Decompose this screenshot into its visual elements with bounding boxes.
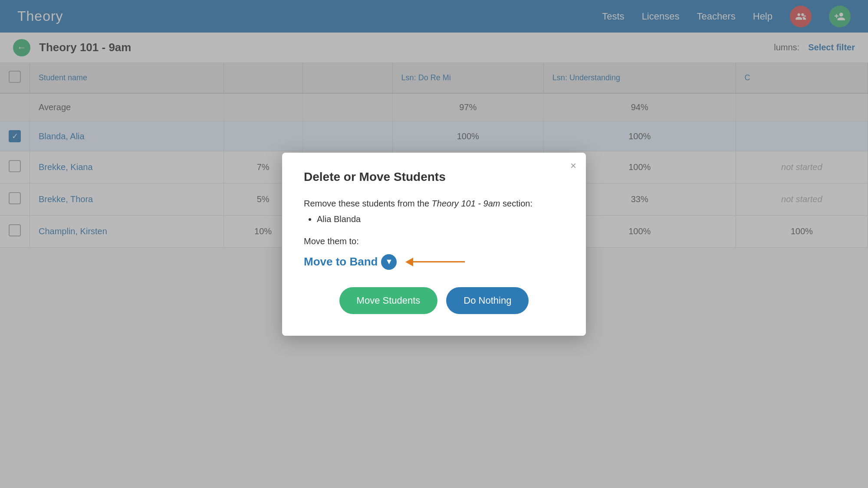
modal-title: Delete or Move Students: [304, 170, 564, 184]
arrow-head: [405, 258, 413, 266]
modal-close-button[interactable]: ×: [570, 160, 576, 171]
move-students-button[interactable]: Move Students: [339, 287, 438, 314]
modal-overlay: × Delete or Move Students Remove these s…: [0, 0, 868, 488]
student-list: Alia Blanda: [317, 214, 564, 224]
desc-suffix: section:: [500, 199, 532, 208]
desc-prefix: Remove these students from the: [304, 199, 432, 208]
do-nothing-button[interactable]: Do Nothing: [446, 287, 529, 314]
move-to-band-dropdown[interactable]: Move to Band ▼: [304, 254, 397, 270]
move-dropdown-row: Move to Band ▼: [304, 254, 564, 270]
modal-description: Remove these students from the Theory 10…: [304, 197, 564, 210]
dropdown-chevron-icon: ▼: [381, 254, 397, 270]
move-dropdown-text: Move to Band: [304, 255, 378, 269]
move-to-label: Move them to:: [304, 236, 564, 246]
arrow-line: [413, 261, 465, 262]
modal-actions: Move Students Do Nothing: [304, 287, 564, 314]
delete-move-modal: × Delete or Move Students Remove these s…: [282, 153, 586, 336]
arrow-annotation: [405, 258, 465, 266]
desc-section: Theory 101 - 9am: [432, 199, 500, 208]
list-item: Alia Blanda: [317, 214, 564, 224]
